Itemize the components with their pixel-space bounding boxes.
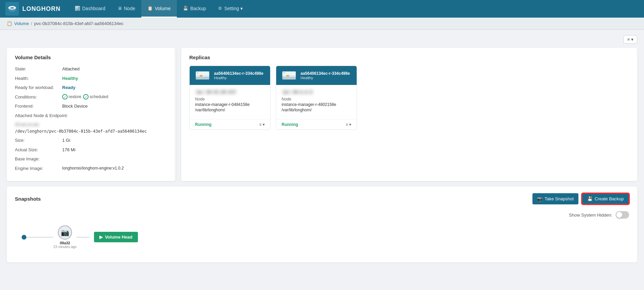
navbar: LONGHORN 📊 Dashboard 🖥 Node 📋 Volume 💾 B… [0,0,644,18]
state-row: State: Attached [15,66,168,72]
replica-node-label-2: Node [282,97,351,102]
replica-card-body-1: ip: 10.31.20.217 Node instance-manager-r… [190,85,270,119]
attached-ip-blurred: 10.xxx.xx.xxx [15,121,168,128]
take-snapshot-button[interactable]: 📷 Take Snapshot [532,193,578,204]
backup-icon: 💾 [183,6,188,11]
ready-label: Ready for workload: [15,84,62,91]
replicas-title: Replicas [189,54,629,60]
attached-detail-row: 10.xxx.xx.xxx /dev/longhorn/pvc-0b37084c… [15,121,168,134]
replica-name-1: aa56406134ec-r-334c498e [214,71,263,76]
frontend-value: Block Device [62,103,88,110]
breadcrumb-current: pvc-0b37084c-815b-43ef-afd7-aa56406134ec [34,21,124,26]
replica-ip-2: ip: 10.x.x.1 [282,89,314,95]
main-content: ≡ ▾ Volume Details State: Attached Healt… [0,30,644,268]
replica-info-2: aa56406134ec-r-334c498e Healthy [301,71,350,80]
backup-create-icon: 💾 [587,196,593,201]
running-badge-2: Running [282,122,298,127]
volume-details-title: Volume Details [15,54,168,60]
disk-icon-2 [282,71,296,80]
svg-rect-4 [200,75,202,76]
replica-card-footer-2: Running ≡ ▾ [276,119,357,130]
nav-node[interactable]: 🖥 Node [112,0,141,18]
size-row: Size: 1 Gi [15,137,168,144]
replica-name-2: aa56406134ec-r-334c498e [301,71,350,76]
volume-details-panel: Volume Details State: Attached Health: H… [7,48,176,181]
replica-node-name-2: instance-manager-r-4802158e [282,102,351,107]
health-row: Health: Healthy [15,75,168,82]
replica-card-2: aa56406134ec-r-334c498e Healthy ip: 10.x… [276,66,357,130]
replica-action-menu-2[interactable]: ≡ ▾ [346,122,351,127]
conditions-values: ✓ restore ✓ scheduled [62,94,108,101]
replica-path-1: /var/lib/longhorn/ [195,108,265,112]
snapshots-actions: 📷 Take Snapshot 💾 Create Backup [532,193,629,204]
brand: LONGHORN [5,2,61,16]
scroll-shadow [174,48,176,181]
replica-card-header-1: aa56406134ec-r-334c498e Healthy [190,66,270,85]
detail-replica-row: Volume Details State: Attached Health: H… [7,48,637,181]
attached-row: Attached Node & Endpoint: [15,112,168,119]
replica-path-2: /var/lib/longhorn/ [282,108,351,112]
toggle-knob [616,212,622,218]
logo-icon [5,2,19,16]
health-label: Health: [15,75,62,82]
conditions-label: Conditions: [15,94,62,101]
engine-image-label: Engine Image: [15,165,62,172]
replica-node-name-1: instance-manager-r-0484158e [195,102,265,107]
volume-head-button[interactable]: ▶ Volume Head [94,232,138,242]
snapshots-section: Snapshots 📷 Take Snapshot 💾 Create Backu… [7,186,637,262]
replica-card-footer-1: Running ≡ ▾ [190,119,270,130]
check-circle-icon-2: ✓ [83,94,89,99]
condition-scheduled-label: scheduled [90,94,108,100]
snapshots-title: Snapshots [15,196,41,202]
check-circle-icon: ✓ [62,94,68,99]
timeline-connector-1 [26,237,53,238]
snapshot-ago: 23 minutes ago [53,245,76,249]
nav-backup[interactable]: 💾 Backup [177,0,212,18]
show-hidden-toggle[interactable] [616,211,629,219]
breadcrumb-parent[interactable]: Volume [14,21,29,26]
ready-value: Ready [62,84,75,91]
view-toggle-button[interactable]: ≡ ▾ [623,35,637,44]
attached-path: /dev/longhorn/pvc-0b37084c-815b-43ef-afd… [15,128,168,134]
running-badge-1: Running [195,122,212,127]
snapshot-timeline: 📷 09a32 23 minutes ago ▶ Volume Head [15,222,629,255]
show-hidden-row: Show System Hidden: [15,211,629,219]
brand-text: LONGHORN [22,5,61,13]
replica-node-label-1: Node [195,97,265,102]
actual-size-label: Actual Size: [15,147,62,153]
attached-label: Attached Node & Endpoint: [15,112,68,119]
snapshot-node-1: 📷 09a32 23 minutes ago [53,225,76,249]
list-icon: ≡ [627,37,630,42]
engine-image-row: Engine Image: longhornio/longhorn-engine… [15,165,168,172]
condition-restore-label: restore [69,94,81,100]
svg-rect-9 [286,75,289,76]
node-icon: 🖥 [118,6,122,11]
condition-scheduled: ✓ scheduled [83,94,108,100]
nav-volume[interactable]: 📋 Volume [141,0,177,18]
frontend-row: Frontend: Block Device [15,103,168,110]
replica-action-menu-1[interactable]: ≡ ▾ [259,122,265,127]
dashboard-icon: 📊 [75,6,80,11]
conditions-row: Conditions: ✓ restore ✓ scheduled [15,94,168,101]
nav-items: 📊 Dashboard 🖥 Node 📋 Volume 💾 Backup ⚙ S… [69,0,249,18]
nav-dashboard[interactable]: 📊 Dashboard [69,0,112,18]
setting-icon: ⚙ [218,6,222,11]
replicas-panel: Replicas aa56406134ec-r-334c498e [181,48,637,181]
replica-card-1: aa56406134ec-r-334c498e Healthy ip: 10.3… [189,66,270,130]
replica-ip-1: ip: 10.31.20.217 [195,89,237,95]
chevron-down-icon: ▾ [631,37,634,42]
camera-icon: 📷 [537,196,543,201]
snapshot-icon[interactable]: 📷 [58,225,72,240]
replica-info-1: aa56406134ec-r-334c498e Healthy [214,71,263,80]
show-hidden-label: Show System Hidden: [569,213,612,218]
replica-status-1: Healthy [214,76,263,80]
actual-size-value: 176 Mi [62,147,75,153]
nav-setting[interactable]: ⚙ Setting ▾ [212,0,248,18]
svg-rect-10 [283,72,285,73]
create-backup-button[interactable]: 💾 Create Backup [582,193,629,204]
base-image-row: Base Image: [15,156,168,162]
breadcrumb-icon: 📋 [7,21,12,26]
top-action-bar: ≡ ▾ [7,35,637,44]
timeline-start-dot [22,235,26,240]
volume-icon: 📋 [147,6,153,11]
